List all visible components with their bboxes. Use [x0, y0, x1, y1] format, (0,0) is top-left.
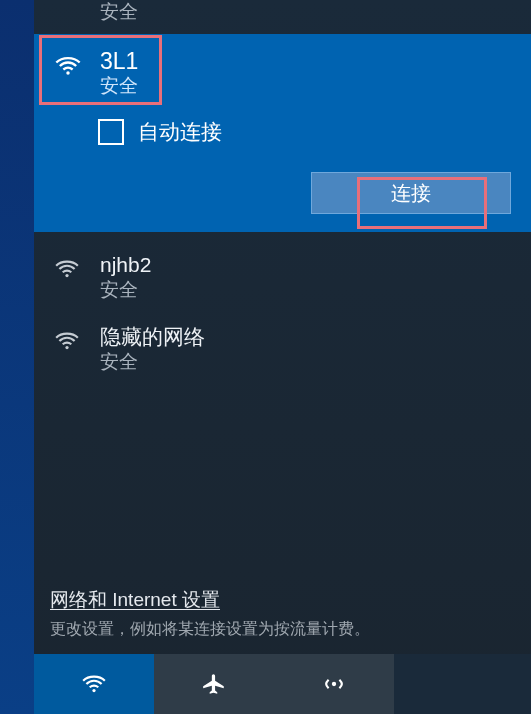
network-item-selected[interactable]: 3L1 安全 — [34, 34, 531, 112]
settings-section: 网络和 Internet 设置 更改设置，例如将某连接设置为按流量计费。 — [34, 587, 531, 654]
settings-subtitle: 更改设置，例如将某连接设置为按流量计费。 — [50, 619, 515, 640]
network-ssid: 3L1 — [100, 48, 511, 74]
toggle-hotspot[interactable] — [274, 654, 394, 714]
desktop-background-strip — [0, 0, 34, 714]
auto-connect-row[interactable]: 自动连接 — [98, 118, 511, 146]
wifi-icon — [54, 252, 86, 282]
svg-point-4 — [332, 682, 336, 686]
auto-connect-label: 自动连接 — [138, 118, 222, 146]
network-ssid: njhb2 — [100, 252, 511, 278]
network-security: 安全 — [100, 350, 511, 374]
network-list: 安全 3L1 安全 — [34, 0, 531, 587]
network-item-partial[interactable]: 安全 — [34, 0, 531, 34]
network-item[interactable]: njhb2 安全 — [34, 232, 531, 312]
network-security: 安全 — [100, 0, 511, 24]
network-settings-link[interactable]: 网络和 Internet 设置 — [50, 587, 220, 613]
svg-point-2 — [65, 346, 68, 349]
connect-button[interactable]: 连接 — [311, 172, 511, 214]
svg-point-3 — [92, 689, 95, 692]
quick-toggles — [34, 654, 531, 714]
network-expanded-area: 自动连接 连接 — [34, 112, 531, 232]
toggle-airplane[interactable] — [154, 654, 274, 714]
svg-point-0 — [66, 71, 70, 75]
wifi-icon — [54, 48, 86, 80]
network-security: 安全 — [100, 74, 511, 98]
svg-point-1 — [65, 274, 68, 277]
network-item-hidden[interactable]: 隐藏的网络 安全 — [34, 312, 531, 384]
network-security: 安全 — [100, 278, 511, 302]
wifi-flyout-panel: 安全 3L1 安全 — [34, 0, 531, 714]
auto-connect-checkbox[interactable] — [98, 119, 124, 145]
wifi-icon — [54, 0, 86, 4]
toggle-wifi[interactable] — [34, 654, 154, 714]
network-ssid: 隐藏的网络 — [100, 324, 511, 350]
wifi-icon — [54, 324, 86, 354]
